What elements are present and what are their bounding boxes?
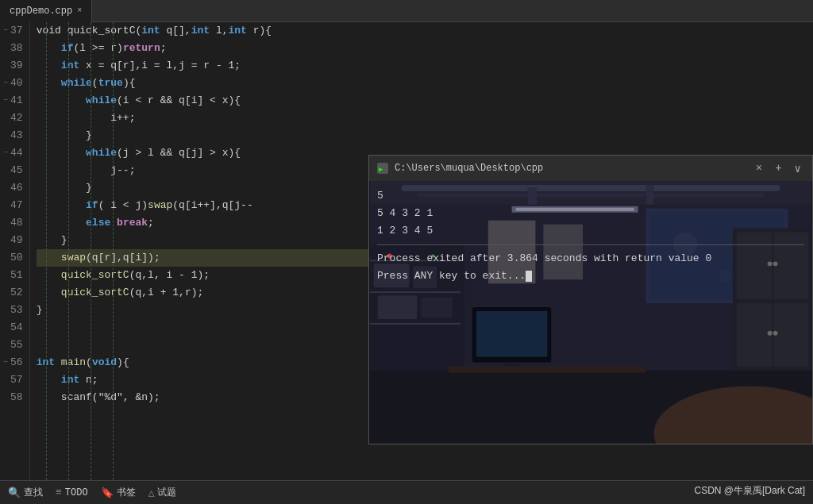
svg-point-34 xyxy=(773,331,778,336)
tab-cppDemo[interactable]: cppDemo.cpp × xyxy=(0,0,92,22)
tab-bar: cppDemo.cpp × xyxy=(0,0,813,22)
svg-rect-25 xyxy=(449,367,645,373)
terminal-cursor xyxy=(526,271,532,282)
gutter-line-53: 53 xyxy=(3,302,23,319)
test-label: 试题 xyxy=(157,486,176,499)
gutter-line-55: 55 xyxy=(3,337,23,354)
todo-bottom-item[interactable]: ≡ TODO xyxy=(56,487,88,498)
tab-close-button[interactable]: × xyxy=(77,6,82,15)
gutter-line-38: 38 xyxy=(3,40,23,57)
search-label: 查找 xyxy=(24,486,43,499)
svg-rect-30 xyxy=(774,303,809,367)
gutter-line-40: −40 xyxy=(3,75,23,92)
gutter-line-46: 46 xyxy=(3,179,23,197)
terminal-separator xyxy=(377,244,804,245)
terminal-process-text: Process exited after 3.864 seconds with … xyxy=(377,250,804,267)
code-line-39: int x = q[r],i = l,j = r - 1; xyxy=(37,57,813,75)
gutter-line-48: 48 xyxy=(3,214,23,232)
todo-icon: ≡ xyxy=(56,487,62,498)
indent-guide-4 xyxy=(113,22,114,480)
fold-icon-37[interactable]: − xyxy=(3,22,8,40)
gutter-line-51: 51 xyxy=(3,267,23,284)
bookmark-label: 书签 xyxy=(117,486,136,499)
gutter-line-45: 45 xyxy=(3,162,23,179)
todo-label: TODO xyxy=(65,487,88,498)
search-bottom-item[interactable]: 🔍 查找 xyxy=(8,486,43,499)
gutter-line-49: 49 xyxy=(3,232,23,249)
terminal-icon: ▶ xyxy=(377,163,388,174)
code-line-41: while(i < r && q[i] < x){ xyxy=(37,92,813,110)
indent-guide-2 xyxy=(68,22,69,480)
terminal-output-line-3: 1 2 3 4 5 xyxy=(377,222,804,240)
gutter-line-43: 43 xyxy=(3,127,23,144)
gutter-line-56: −56 xyxy=(3,354,23,371)
code-line-40: while(true){ xyxy=(37,75,813,92)
gutter-line-47: 47 xyxy=(3,197,23,214)
gutter-line-41: −41 xyxy=(3,92,23,110)
code-line-38: if(l >= r)return; xyxy=(37,40,813,57)
tab-filename: cppDemo.cpp xyxy=(10,6,72,17)
gutter-line-42: 42 xyxy=(3,110,23,127)
terminal-title: C:\Users\muqua\Desktop\cpp xyxy=(395,163,746,174)
svg-rect-20 xyxy=(378,295,418,319)
bookmark-bottom-item[interactable]: 🔖 书签 xyxy=(101,486,136,499)
gutter-line-37: −37 xyxy=(3,22,23,40)
terminal-output-line-2: 5 4 3 2 1 xyxy=(377,205,804,222)
gutter-line-54: 54 xyxy=(3,319,23,337)
fold-icon-44[interactable]: − xyxy=(3,144,8,162)
terminal-dropdown-btn[interactable]: ∨ xyxy=(792,162,804,175)
gutter-line-50: 50 xyxy=(3,249,23,267)
terminal-body[interactable]: 5 5 4 3 2 1 1 2 3 4 5 Process exited aft… xyxy=(369,181,812,444)
terminal-press-text: Press ANY key to exit... xyxy=(377,267,804,285)
watermark: CSDN @牛泉禹[Dark Cat] xyxy=(694,484,805,498)
gutter-line-58: 58 xyxy=(3,389,23,406)
terminal-add-btn[interactable]: + xyxy=(772,162,784,175)
indent-guide-3 xyxy=(91,22,91,480)
code-line-42: i++; xyxy=(37,110,813,127)
gutter-line-44: −44 xyxy=(3,144,23,162)
search-icon: 🔍 xyxy=(8,487,21,499)
terminal-window: ▶ C:\Users\muqua\Desktop\cpp × + ∨ xyxy=(368,155,813,444)
gutter-line-39: 39 xyxy=(3,57,23,75)
code-line-37: void quick_sortC(int q[],int l,int r){ xyxy=(37,22,813,40)
test-bottom-item[interactable]: △ 试题 xyxy=(148,486,177,499)
terminal-titlebar: ▶ C:\Users\muqua\Desktop\cpp × + ∨ xyxy=(369,156,812,181)
indent-guide-1 xyxy=(46,22,47,480)
bottom-bar: 🔍 查找 ≡ TODO 🔖 书签 △ 试题 xyxy=(0,480,813,504)
svg-rect-29 xyxy=(737,303,773,367)
fold-icon-40[interactable]: − xyxy=(3,75,8,92)
bookmark-icon: 🔖 xyxy=(101,487,114,499)
svg-rect-23 xyxy=(476,311,547,357)
code-line-43: } xyxy=(37,127,813,144)
svg-rect-17 xyxy=(370,323,460,325)
fold-icon-56[interactable]: − xyxy=(3,354,8,371)
svg-point-33 xyxy=(768,331,773,336)
line-number-gutter: −373839−40−414243−4445464748495051525354… xyxy=(0,22,30,480)
terminal-close-btn[interactable]: × xyxy=(753,162,765,175)
svg-rect-21 xyxy=(421,298,453,317)
fold-icon-41[interactable]: − xyxy=(3,92,8,110)
gutter-line-57: 57 xyxy=(3,371,23,389)
terminal-output-layer: 5 5 4 3 2 1 1 2 3 4 5 Process exited aft… xyxy=(377,187,804,285)
svg-text:▶: ▶ xyxy=(379,166,383,174)
test-icon: △ xyxy=(148,487,155,499)
svg-rect-16 xyxy=(370,291,460,293)
terminal-output-line-1: 5 xyxy=(377,187,804,205)
gutter-line-52: 52 xyxy=(3,284,23,302)
